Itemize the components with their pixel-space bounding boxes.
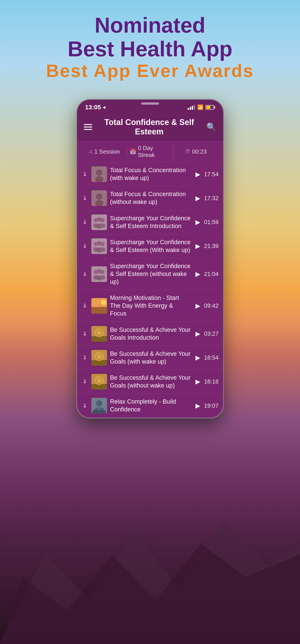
track-info: Total Focus & Concentration (without wak… [110, 190, 191, 206]
sessions-stat: ♫ 1 Session [81, 148, 127, 155]
mountain-silhouette [0, 443, 300, 644]
play-button[interactable]: ▶ [195, 302, 200, 310]
svg-point-43 [98, 356, 100, 358]
phone-frame: 13:05 ◂ 📶 [76, 99, 224, 418]
svg-point-50 [96, 400, 102, 406]
award-subtitle: Best App Ever Awards [46, 60, 254, 81]
track-thumbnail [91, 214, 107, 230]
award-title-line2: Best Health App [46, 37, 254, 61]
track-info: Supercharge Your Confidence & Self Estee… [110, 262, 191, 286]
status-icons: 📶 [188, 104, 215, 110]
play-button[interactable]: ▶ [195, 194, 200, 202]
location-icon: ◂ [103, 104, 105, 110]
streak-label: 0 Day Streak [138, 145, 171, 158]
track-name: Total Focus & Concentration (with wake u… [110, 166, 191, 182]
svg-point-14 [100, 224, 105, 228]
track-controls: ▶ 18:54 [194, 354, 219, 361]
track-name: Be Successful & Achieve Your Goals Intro… [110, 326, 191, 342]
calendar-icon: 📅 [130, 148, 136, 155]
download-icon[interactable]: ⇓ [81, 195, 88, 202]
download-icon[interactable]: ⇓ [81, 242, 88, 250]
svg-point-21 [100, 247, 105, 252]
track-controls: ▶ 03:27 [194, 330, 219, 338]
track-controls: ▶ 19:07 [194, 402, 219, 410]
svg-point-6 [96, 194, 102, 200]
track-item[interactable]: ⇓ Be Successful & Achieve Your Goals (wi… [77, 370, 223, 394]
track-controls: ▶ 09:42 [194, 302, 219, 310]
track-info: Morning Motivation - Start The Day With … [110, 294, 191, 318]
track-name: Total Focus & Concentration (without wak… [110, 190, 191, 206]
svg-point-11 [100, 218, 105, 222]
track-list: ⇓ Total Focus & Concentration (with wake… [77, 162, 223, 418]
track-item[interactable]: ⇓ Relax Completely - Build Confidence ▶ … [77, 394, 223, 418]
download-icon[interactable]: ⇓ [81, 302, 88, 309]
play-button[interactable]: ▶ [195, 270, 200, 278]
track-name: Supercharge Your Confidence & Self Estee… [110, 238, 191, 254]
track-controls: ▶ 21:04 [194, 270, 219, 278]
track-name: Be Successful & Achieve Your Goals (with… [110, 374, 191, 390]
track-thumbnail [91, 190, 107, 206]
track-thumbnail [91, 374, 107, 390]
streak-stat: 📅 0 Day Streak [127, 145, 173, 158]
play-button[interactable]: ▶ [195, 242, 200, 250]
download-icon[interactable]: ⇓ [81, 270, 88, 278]
track-info: Supercharge Your Confidence & Self Estee… [110, 214, 191, 230]
wifi-icon: 📶 [197, 104, 203, 110]
search-icon[interactable]: 🔍 [206, 122, 217, 132]
download-icon[interactable]: ⇓ [81, 171, 88, 178]
signal-icon [188, 105, 195, 110]
app-title: Total Confidence & Self Esteem [92, 118, 206, 136]
hamburger-line-1 [84, 124, 92, 125]
track-info: Relax Completely - Build Confidence [110, 398, 191, 414]
track-item[interactable]: ⇓ Be Successful & Achieve Your Goals (wi… [77, 346, 223, 370]
stats-bar: ♫ 1 Session 📅 0 Day Streak ⏱ 00:23 [77, 141, 223, 162]
track-name: Morning Motivation - Start The Day With … [110, 294, 191, 318]
track-controls: ▶ 21:39 [194, 242, 219, 250]
play-button[interactable]: ▶ [195, 378, 200, 385]
track-thumbnail [91, 350, 107, 366]
status-bar: 13:05 ◂ 📶 [77, 100, 223, 113]
play-button[interactable]: ▶ [195, 402, 200, 410]
track-info: Total Focus & Concentration (with wake u… [110, 166, 191, 182]
time-label: 00:23 [192, 148, 207, 155]
track-duration: 18:54 [204, 354, 219, 361]
sessions-label: 1 Session [94, 148, 120, 155]
download-icon[interactable]: ⇓ [81, 219, 88, 226]
track-item[interactable]: ⇓ Morning Motivation - Start The Day Wit… [77, 290, 223, 322]
track-info: Supercharge Your Confidence & Self Estee… [110, 238, 191, 254]
battery-tip [214, 106, 215, 108]
track-name: Be Successful & Achieve Your Goals (with… [110, 350, 191, 366]
track-duration: 17:54 [204, 171, 219, 178]
download-icon[interactable]: ⇓ [81, 330, 88, 337]
menu-button[interactable] [84, 124, 92, 130]
track-item[interactable]: ⇓ Supercharge Your Confidence & Self Est… [77, 234, 223, 258]
music-icon: ♫ [88, 148, 92, 155]
track-item[interactable]: ⇓ Total Focus & Concentration (without w… [77, 186, 223, 210]
track-item[interactable]: ⇓ Supercharge Your Confidence & Self Est… [77, 258, 223, 290]
track-duration: 18:18 [204, 378, 219, 385]
play-button[interactable]: ▶ [195, 354, 200, 361]
track-duration: 21:04 [204, 270, 219, 278]
track-duration: 19:07 [204, 402, 219, 409]
download-icon[interactable]: ⇓ [81, 378, 88, 385]
download-icon[interactable]: ⇓ [81, 354, 88, 361]
track-item[interactable]: ⇓ Total Focus & Concentration (with wake… [77, 162, 223, 186]
svg-point-25 [100, 270, 105, 274]
track-info: Be Successful & Achieve Your Goals (with… [110, 350, 191, 366]
signal-bar-2 [190, 107, 191, 110]
play-button[interactable]: ▶ [195, 218, 200, 226]
svg-point-28 [100, 275, 105, 280]
play-button[interactable]: ▶ [195, 330, 200, 338]
track-thumbnail [91, 166, 107, 182]
play-button[interactable]: ▶ [195, 170, 200, 178]
track-duration: 03:27 [204, 330, 219, 337]
clock-display: 13:05 [85, 104, 101, 111]
track-controls: ▶ 17:32 [194, 194, 219, 202]
award-title-line1: Nominated [46, 14, 254, 37]
page-content: Nominated Best Health App Best App Ever … [0, 0, 300, 418]
download-icon[interactable]: ⇓ [81, 402, 88, 409]
track-duration: 21:39 [204, 242, 219, 250]
track-item[interactable]: ⇓ Supercharge Your Confidence & Self Est… [77, 210, 223, 234]
track-item[interactable]: ⇓ Be Successful & Achieve Your Goals Int… [77, 322, 223, 346]
signal-bar-4 [194, 105, 195, 110]
